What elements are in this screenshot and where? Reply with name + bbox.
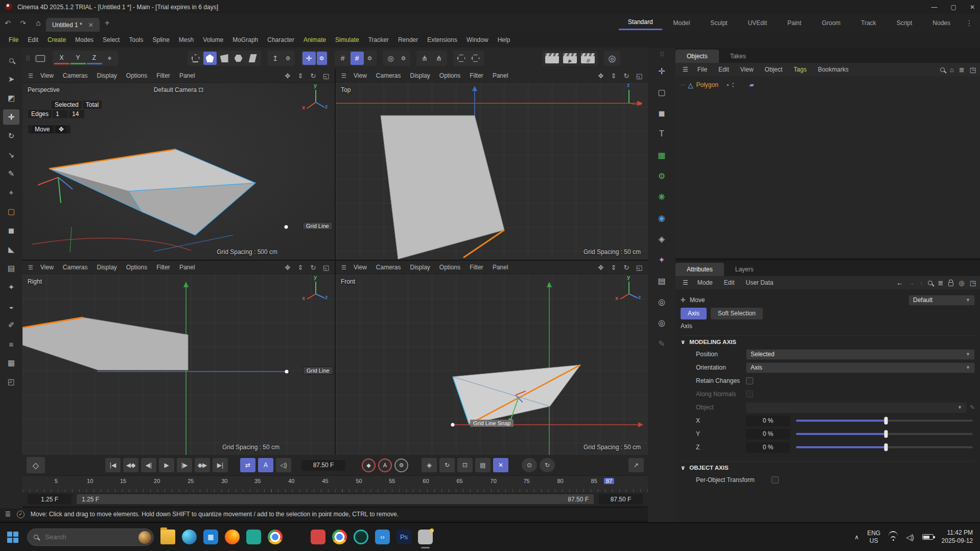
workspace-track[interactable]: Track	[852, 16, 885, 30]
orientation-dropdown[interactable]: Axis ▼	[746, 362, 975, 373]
prev-key-button[interactable]: ◀◆	[123, 458, 138, 472]
scale-tool[interactable]: ↘	[3, 147, 19, 163]
hamburger-icon[interactable]: ☰	[26, 69, 36, 82]
rect-select-tool[interactable]: ◩	[3, 90, 19, 106]
camera-name[interactable]: Default Camera	[154, 86, 197, 94]
start-button[interactable]	[7, 532, 18, 543]
lock-icon[interactable]	[948, 282, 953, 286]
object-mode-icon[interactable]	[232, 52, 245, 65]
cluster-icon[interactable]: ▦	[652, 147, 671, 163]
attributes-menu-userdata[interactable]: User Data	[740, 279, 778, 286]
current-frame-marker[interactable]: 87	[604, 478, 614, 484]
goto-start-button[interactable]: |◀	[105, 458, 121, 472]
fcurve-button[interactable]: ↗	[628, 458, 644, 472]
autokey-button[interactable]: A	[378, 458, 392, 472]
preset-dropdown[interactable]: Default ▼	[908, 295, 975, 306]
axis-mode-button[interactable]: Axis	[681, 308, 707, 319]
vp-menu-panel[interactable]: Panel	[175, 264, 200, 271]
menu-character[interactable]: Character	[263, 36, 299, 43]
pan-icon[interactable]: ✥	[595, 70, 606, 81]
office-icon[interactable]	[289, 530, 304, 544]
dolly-icon[interactable]: ⇕	[295, 70, 306, 81]
hamburger-icon[interactable]: ☰	[680, 66, 691, 73]
vp-menu-panel[interactable]: Panel	[175, 72, 200, 79]
vp-menu-filter[interactable]: Filter	[152, 72, 175, 79]
workspace-sculpt[interactable]: Sculpt	[701, 16, 736, 30]
menu-mesh[interactable]: Mesh	[174, 36, 198, 43]
pan-icon[interactable]: ✥	[282, 262, 293, 273]
key-scale-toggle[interactable]: ⊡	[457, 458, 473, 472]
teal-ring-app-icon[interactable]	[354, 530, 368, 544]
menu-edit[interactable]: Edit	[23, 36, 43, 43]
menu-extensions[interactable]: Extensions	[423, 36, 462, 43]
target-settings-icon[interactable]: ⚙	[399, 52, 409, 65]
close-button[interactable]: ✕	[970, 4, 975, 11]
film-icon[interactable]: ▤	[652, 272, 671, 289]
add-keyframe-button[interactable]: ◇	[27, 457, 45, 473]
chrome-icon[interactable]	[268, 530, 283, 544]
attributes-menu-mode[interactable]: Mode	[692, 279, 718, 286]
store-icon[interactable]: ▦	[203, 530, 218, 544]
hamburger-icon[interactable]: ☰	[680, 279, 691, 286]
vscode-icon[interactable]: ‹›	[375, 530, 390, 544]
camera-link-icon[interactable]: ⊡	[198, 86, 203, 94]
viewport-front-canvas[interactable]: Front y x z Grid Line Snap Grid Spacing …	[336, 274, 648, 455]
text-icon[interactable]: T	[652, 126, 671, 142]
rotate-pivot-button[interactable]: ↻	[540, 458, 555, 472]
prev-frame-button[interactable]: ◀|	[141, 458, 156, 472]
undo-icon[interactable]: ↶	[0, 19, 15, 27]
vp-menu-options[interactable]: Options	[435, 264, 465, 271]
workplane-icon[interactable]: ⋔	[418, 52, 431, 65]
snap-tool[interactable]: ⌖	[3, 185, 19, 200]
objects-menu-bookmarks[interactable]: Bookmarks	[813, 66, 854, 73]
render-settings-icon[interactable]: ⚙	[579, 52, 596, 65]
grid-settings-icon[interactable]: ⚙	[365, 52, 375, 65]
teal-app-icon[interactable]	[246, 530, 261, 544]
close-tab-icon[interactable]: ✕	[88, 21, 94, 29]
camera1-icon[interactable]: ◎	[652, 293, 671, 310]
vp-menu-options[interactable]: Options	[122, 264, 152, 271]
search-input[interactable]	[27, 529, 154, 546]
redo-icon[interactable]: ↷	[15, 19, 31, 27]
figure-tool[interactable]: ✦	[3, 280, 19, 295]
spline-icon[interactable]: ✦	[652, 251, 671, 268]
per-object-transform-checkbox[interactable]	[772, 476, 779, 484]
strip-drag-handle[interactable]: ⠿	[660, 51, 664, 58]
key-parameter-toggle[interactable]: ▤	[475, 458, 491, 472]
vp-menu-view[interactable]: View	[36, 264, 58, 271]
dolly-icon[interactable]: ⇕	[295, 262, 306, 273]
vp-menu-options[interactable]: Options	[435, 72, 465, 79]
dolly-icon[interactable]: ⇕	[608, 70, 619, 81]
menu-spline[interactable]: Spline	[148, 36, 174, 43]
render-to-pv-icon[interactable]: ▶	[562, 52, 578, 65]
red-app-icon[interactable]	[311, 530, 325, 544]
maximize-viewport-icon[interactable]: ◱	[634, 262, 645, 273]
filter-icon[interactable]: ≣	[959, 66, 965, 74]
next-frame-button[interactable]: |▶	[177, 458, 192, 472]
x-value-field[interactable]: 0 %	[746, 416, 790, 426]
export-icon[interactable]: ◳	[970, 279, 976, 287]
next-key-button[interactable]: ◆▶	[195, 458, 210, 472]
axis-lock-x[interactable]: X	[54, 52, 69, 64]
y-value-field[interactable]: 0 %	[746, 429, 790, 440]
clock[interactable]: 11:42 PM 2025-09-12	[942, 529, 973, 545]
language-indicator[interactable]: ENG US	[867, 530, 880, 544]
tab-objects[interactable]: Objects	[675, 50, 719, 63]
vp-menu-filter[interactable]: Filter	[152, 264, 175, 271]
vp-menu-options[interactable]: Options	[122, 72, 152, 79]
vp-menu-view[interactable]: View	[349, 264, 371, 271]
export-icon[interactable]: ◳	[970, 66, 976, 74]
tray-chevron-icon[interactable]: ∧	[854, 534, 859, 541]
menu-window[interactable]: Window	[462, 36, 493, 43]
workspace-nodes[interactable]: Nodes	[923, 16, 960, 30]
edge-icon[interactable]	[182, 530, 197, 544]
cinema4d-taskbar-icon[interactable]	[418, 530, 433, 544]
range-end-field[interactable]: 87.50 F	[599, 494, 643, 504]
image-tool[interactable]: ▤	[3, 261, 19, 276]
vp-menu-filter[interactable]: Filter	[465, 72, 488, 79]
mouse-record-button[interactable]: ⊙	[522, 458, 537, 472]
menu-modes[interactable]: Modes	[71, 36, 98, 43]
vp-menu-display[interactable]: Display	[405, 264, 434, 271]
key-position-toggle[interactable]: ◈	[422, 458, 437, 472]
vp-menu-view[interactable]: View	[349, 72, 371, 79]
